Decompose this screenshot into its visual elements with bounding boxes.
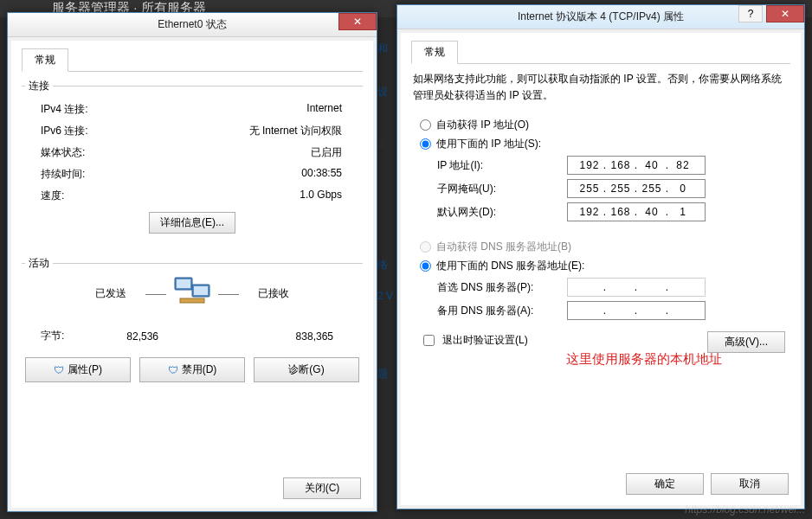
gateway-field[interactable]: 192. 168. 40. 1 (567, 202, 706, 221)
ipv4-properties-window: Internet 协议版本 4 (TCP/IPv4) 属性 ? ✕ 常规 如果网… (396, 4, 805, 509)
ip-octet: 1 (670, 206, 696, 218)
properties-label: 属性(P) (68, 362, 102, 377)
media-label: 媒体状态: (41, 145, 110, 160)
validate-checkbox[interactable] (423, 335, 435, 346)
radio-auto-ip-input[interactable] (420, 119, 431, 131)
tab-strip: 常规 (411, 40, 790, 64)
bg-frag: 题 (377, 365, 396, 382)
bg-frag: 和 (377, 40, 396, 57)
help-icon[interactable]: ? (738, 5, 763, 22)
tab-general[interactable]: 常规 (411, 41, 458, 64)
sent-label: 已发送 (25, 286, 139, 301)
bg-frag: 2 V (377, 287, 396, 304)
radio-manual-dns[interactable]: 使用下面的 DNS 服务器地址(E): (420, 259, 790, 273)
tab-general[interactable]: 常规 (22, 48, 68, 72)
bytes-label: 字节: (25, 329, 77, 343)
ip-octet: 82 (670, 159, 696, 171)
duration-value: 00:38:55 (110, 167, 359, 182)
ipv6-value: 无 Internet 访问权限 (110, 124, 359, 138)
subnet-mask-field[interactable]: 255. 255. 255. 0 (567, 179, 706, 198)
details-button[interactable]: 详细信息(E)... (149, 212, 235, 234)
dns2-label: 备用 DNS 服务器(A): (437, 304, 567, 318)
ip-octet: 192 (577, 206, 603, 218)
close-icon[interactable]: ✕ (338, 13, 377, 30)
ip-octet: 0 (670, 183, 696, 195)
radio-manual-ip-label: 使用下面的 IP 地址(S): (436, 137, 541, 151)
ip-address-label: IP 地址(I): (437, 158, 567, 173)
media-value: 已启用 (110, 145, 359, 160)
bg-frag: 设 (377, 83, 396, 100)
svg-rect-3 (194, 286, 208, 295)
ip-octet: 255 (577, 183, 603, 195)
ip-octet: 40 (639, 159, 665, 171)
window-title: Ethernet0 状态 (8, 17, 377, 32)
dns2-field[interactable]: ... (567, 301, 706, 320)
ipv6-label: IPv6 连接: (41, 124, 110, 138)
connection-section: 连接 IPv4 连接:Internet IPv6 连接:无 Internet 访… (22, 79, 363, 240)
ip-octet: 255 (608, 183, 634, 195)
dns1-label: 首选 DNS 服务器(P): (437, 280, 567, 295)
recv-label: 已接收 (246, 286, 359, 301)
ip-octet: 192 (577, 159, 603, 171)
tab-strip: 常规 (22, 48, 363, 72)
ip-octet: 40 (639, 206, 665, 218)
svg-rect-1 (177, 279, 190, 288)
watermark: https://blog.csdn.net/wei... (685, 503, 805, 516)
ip-octet: 168 (608, 159, 634, 171)
bytes-sent: 82,536 (77, 330, 171, 343)
ip-octet: 255 (639, 183, 665, 195)
close-icon[interactable]: ✕ (766, 5, 804, 22)
activity-legend: 活动 (25, 256, 53, 271)
radio-auto-ip[interactable]: 自动获得 IP 地址(O) (420, 118, 790, 132)
bg-frag: 络 (377, 256, 396, 273)
radio-auto-dns-input (420, 241, 431, 253)
ipv4-label: IPv4 连接: (41, 102, 110, 117)
diagnose-button[interactable]: 诊断(G) (254, 357, 359, 382)
radio-manual-ip-input[interactable] (420, 138, 431, 150)
description-text: 如果网络支持此功能，则可以获取自动指派的 IP 设置。否则，你需要从网络系统管理… (413, 71, 789, 104)
ip-address-field[interactable]: 192. 168. 40. 82 (567, 156, 706, 175)
radio-auto-dns-label: 自动获得 DNS 服务器地址(B) (436, 240, 571, 254)
subnet-mask-label: 子网掩码(U): (437, 182, 567, 196)
radio-manual-dns-label: 使用下面的 DNS 服务器地址(E): (436, 259, 584, 273)
titlebar[interactable]: Ethernet0 状态 ✕ (8, 13, 377, 37)
dash: —— (139, 288, 173, 300)
radio-auto-ip-label: 自动获得 IP 地址(O) (436, 118, 529, 132)
activity-section: 活动 已发送 —— —— 已接收 字节: 82,53 (22, 256, 363, 345)
cancel-button[interactable]: 取消 (711, 473, 789, 495)
duration-label: 持续时间: (41, 167, 110, 182)
speed-value: 1.0 Gbps (110, 189, 359, 203)
dash: —— (211, 288, 246, 300)
radio-manual-ip[interactable]: 使用下面的 IP 地址(S): (420, 137, 790, 151)
network-icon (173, 276, 211, 311)
shield-icon: 🛡 (168, 364, 178, 376)
ok-button[interactable]: 确定 (626, 473, 704, 495)
connection-legend: 连接 (25, 79, 53, 93)
svg-rect-4 (180, 298, 204, 303)
annotation-text: 这里使用服务器的本机地址 (566, 351, 722, 368)
ethernet-status-window: Ethernet0 状态 ✕ 常规 连接 IPv4 连接:Internet IP… (7, 12, 377, 512)
disable-label: 禁用(D) (182, 362, 217, 377)
bytes-recv: 838,365 (240, 330, 359, 343)
dns1-field[interactable]: ....... (567, 278, 706, 297)
shield-icon: 🛡 (54, 364, 64, 376)
radio-manual-dns-input[interactable] (420, 260, 431, 272)
background-fragments: 和 设 S 络 2 V 题 (377, 26, 396, 510)
speed-label: 速度: (41, 189, 110, 203)
gateway-label: 默认网关(D): (437, 205, 567, 220)
radio-auto-dns: 自动获得 DNS 服务器地址(B) (420, 240, 790, 254)
ipv4-value: Internet (110, 102, 359, 117)
titlebar[interactable]: Internet 协议版本 4 (TCP/IPv4) 属性 ? ✕ (397, 5, 804, 29)
bg-frag: S (377, 135, 396, 152)
validate-label: 退出时验证设置(L) (442, 333, 528, 348)
disable-button[interactable]: 🛡禁用(D) (139, 357, 245, 382)
advanced-button[interactable]: 高级(V)... (707, 331, 785, 353)
close-button[interactable]: 关闭(C) (283, 477, 361, 499)
ip-octet: 168 (608, 206, 634, 218)
properties-button[interactable]: 🛡属性(P) (25, 357, 131, 382)
